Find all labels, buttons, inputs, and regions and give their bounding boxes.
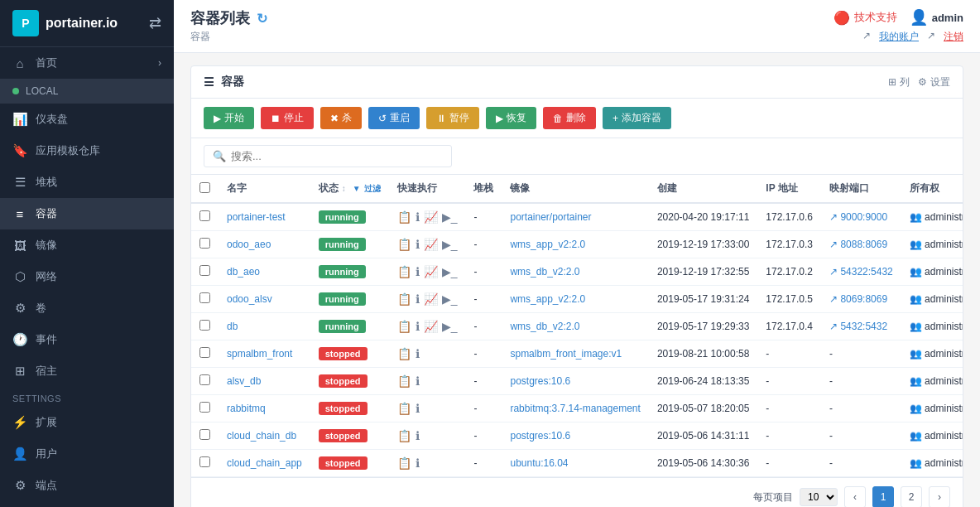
add-container-button[interactable]: + 添加容器 xyxy=(603,107,671,129)
sidebar-item-containers[interactable]: ≡ 容器 xyxy=(0,198,174,229)
inspect-icon[interactable]: ℹ xyxy=(416,374,420,388)
pause-button[interactable]: ⏸ 暂停 xyxy=(426,107,479,129)
image-link[interactable]: spmalbm_front_image:v1 xyxy=(510,348,622,360)
image-link[interactable]: ubuntu:16.04 xyxy=(510,457,568,469)
logs-icon[interactable]: 📋 xyxy=(397,265,411,278)
restart-button[interactable]: ↺ 重启 xyxy=(368,107,420,129)
select-all-checkbox[interactable] xyxy=(199,182,210,193)
row-checkbox[interactable] xyxy=(199,292,210,303)
console-icon[interactable]: ▶_ xyxy=(442,320,458,333)
logs-icon[interactable]: 📋 xyxy=(397,374,411,388)
image-link[interactable]: rabbitmq:3.7.14-management xyxy=(510,403,640,414)
per-page-select[interactable]: 10 25 50 xyxy=(800,488,838,506)
row-checkbox-cell[interactable] xyxy=(191,286,219,313)
image-link[interactable]: portainer/portainer xyxy=(510,211,591,223)
page-1-button[interactable]: 1 xyxy=(872,486,894,507)
port-link[interactable]: ↗ 5432:5432 xyxy=(829,321,887,332)
sidebar-item-extensions[interactable]: ⚡ 扩展 xyxy=(0,407,174,438)
console-icon[interactable]: ▶_ xyxy=(442,265,458,278)
logs-icon[interactable]: 📋 xyxy=(397,347,411,360)
row-checkbox-cell[interactable] xyxy=(191,231,219,258)
image-link[interactable]: postgres:10.6 xyxy=(510,375,570,387)
image-link[interactable]: wms_db_v2:2.0 xyxy=(510,321,579,332)
row-checkbox[interactable] xyxy=(199,320,210,331)
stats-icon[interactable]: 📈 xyxy=(424,292,438,306)
container-name-link[interactable]: alsv_db xyxy=(227,375,261,387)
inspect-icon[interactable]: ℹ xyxy=(416,429,420,442)
inspect-icon[interactable]: ℹ xyxy=(416,265,420,278)
search-input[interactable] xyxy=(231,150,396,162)
next-page-button[interactable]: › xyxy=(929,486,950,507)
logs-icon[interactable]: 📋 xyxy=(397,456,411,470)
row-checkbox[interactable] xyxy=(199,402,210,413)
row-checkbox[interactable] xyxy=(199,456,210,467)
container-name-link[interactable]: cloud_chain_db xyxy=(227,430,296,442)
row-checkbox-cell[interactable] xyxy=(191,450,219,477)
support-link[interactable]: 🔴 技术支持 xyxy=(833,10,897,26)
logs-icon[interactable]: 📋 xyxy=(397,402,411,415)
inspect-icon[interactable]: ℹ xyxy=(416,238,420,251)
container-name-link[interactable]: portainer-test xyxy=(227,211,286,223)
created-column-header[interactable]: 创建 xyxy=(649,175,757,203)
sidebar-item-networks[interactable]: ⬡ 网络 xyxy=(0,261,174,292)
sidebar-item-volumes[interactable]: ⚙ 卷 xyxy=(0,292,174,324)
row-checkbox[interactable] xyxy=(199,347,210,358)
start-button[interactable]: ▶ 开始 xyxy=(204,107,254,129)
row-checkbox-cell[interactable] xyxy=(191,395,219,422)
logs-icon[interactable]: 📋 xyxy=(397,320,411,333)
port-link[interactable]: ↗ 8088:8069 xyxy=(829,239,887,250)
sidebar-item-registries[interactable]: ≡ 注册表 xyxy=(0,501,174,507)
inspect-icon[interactable]: ℹ xyxy=(416,292,420,306)
image-link[interactable]: postgres:10.6 xyxy=(510,430,570,442)
stats-icon[interactable]: 📈 xyxy=(424,265,438,278)
container-name-link[interactable]: cloud_chain_app xyxy=(227,457,302,469)
stats-icon[interactable]: 📈 xyxy=(424,210,438,224)
sidebar-item-users[interactable]: 👤 用户 xyxy=(0,438,174,470)
row-checkbox[interactable] xyxy=(199,374,210,385)
row-checkbox[interactable] xyxy=(199,429,210,440)
port-link[interactable]: ↗ 8069:8069 xyxy=(829,293,887,305)
name-column-header[interactable]: 名字 xyxy=(219,175,310,203)
inspect-icon[interactable]: ℹ xyxy=(416,320,420,333)
sidebar-item-events[interactable]: 🕐 事件 xyxy=(0,324,174,355)
row-checkbox-cell[interactable] xyxy=(191,368,219,395)
sidebar-item-dashboard[interactable]: 📊 仪表盘 xyxy=(0,104,174,135)
container-name-link[interactable]: db xyxy=(227,321,238,332)
prev-page-button[interactable]: ‹ xyxy=(844,486,866,507)
container-name-link[interactable]: odoo_aeo xyxy=(227,239,271,250)
sidebar-item-images[interactable]: 🖼 镜像 xyxy=(0,229,174,261)
stats-icon[interactable]: 📈 xyxy=(424,238,438,251)
delete-button[interactable]: 🗑 删除 xyxy=(543,107,596,129)
inspect-icon[interactable]: ℹ xyxy=(416,210,420,224)
transfer-icon[interactable]: ⇄ xyxy=(149,14,161,32)
row-checkbox-cell[interactable] xyxy=(191,203,219,231)
row-checkbox-cell[interactable] xyxy=(191,313,219,340)
select-all-header[interactable] xyxy=(191,175,219,203)
sidebar-item-app-templates[interactable]: 🔖 应用模板仓库 xyxy=(0,135,174,167)
kill-button[interactable]: ✖ 杀 xyxy=(320,107,362,129)
row-checkbox[interactable] xyxy=(199,238,210,249)
sidebar-item-stacks[interactable]: ☰ 堆栈 xyxy=(0,167,174,198)
logs-icon[interactable]: 📋 xyxy=(397,292,411,306)
settings-action[interactable]: ⚙ 设置 xyxy=(918,75,950,89)
stack-column-header[interactable]: 堆栈 xyxy=(465,175,502,203)
logs-icon[interactable]: 📋 xyxy=(397,238,411,251)
sidebar-item-home[interactable]: ⌂ 首页 › xyxy=(0,47,174,79)
row-checkbox[interactable] xyxy=(199,265,210,276)
page-2-button[interactable]: 2 xyxy=(901,486,922,507)
resume-button[interactable]: ▶ 恢复 xyxy=(486,107,536,129)
row-checkbox-cell[interactable] xyxy=(191,422,219,450)
container-name-link[interactable]: rabbitmq xyxy=(227,403,266,414)
inspect-icon[interactable]: ℹ xyxy=(416,402,420,415)
stop-button[interactable]: ⏹ 停止 xyxy=(261,107,314,129)
my-account-link[interactable]: 我的账户 xyxy=(879,30,919,44)
port-link[interactable]: ↗ 9000:9000 xyxy=(829,211,887,223)
logs-icon[interactable]: 📋 xyxy=(397,210,411,224)
logout-link[interactable]: 注销 xyxy=(944,30,963,44)
console-icon[interactable]: ▶_ xyxy=(442,292,458,306)
image-link[interactable]: wms_app_v2:2.0 xyxy=(510,239,585,250)
row-checkbox[interactable] xyxy=(199,210,210,221)
sidebar-item-endpoints[interactable]: ⚙ 端点 xyxy=(0,470,174,501)
container-name-link[interactable]: db_aeo xyxy=(227,266,260,278)
console-icon[interactable]: ▶_ xyxy=(442,238,458,251)
